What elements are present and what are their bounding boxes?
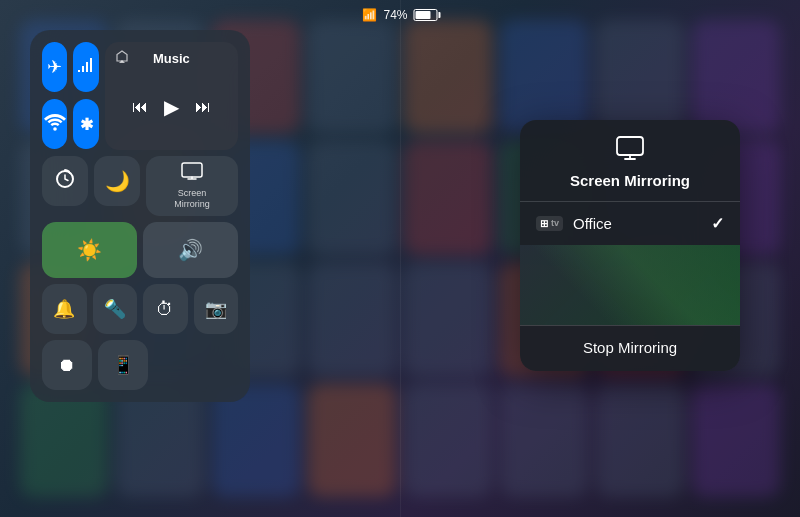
camera-icon: 📷 bbox=[205, 298, 227, 320]
camera-button[interactable]: 📷 bbox=[194, 284, 239, 334]
wifi-icon: 📶 bbox=[362, 8, 377, 22]
do-not-disturb-button[interactable]: 🌙 bbox=[94, 156, 140, 206]
stop-mirroring-button[interactable]: Stop Mirroring bbox=[520, 325, 740, 371]
bluetooth-button[interactable]: ✱ bbox=[73, 99, 98, 149]
flashlight-icon: 🔦 bbox=[104, 298, 126, 320]
battery-icon bbox=[414, 9, 438, 21]
checkmark-icon: ✓ bbox=[711, 214, 724, 233]
stop-mirroring-label: Stop Mirroring bbox=[583, 339, 677, 356]
music-airplay-icon[interactable] bbox=[115, 50, 129, 67]
bell-button[interactable]: 🔔 bbox=[42, 284, 87, 334]
flashlight-button[interactable]: 🔦 bbox=[93, 284, 138, 334]
airplane-icon: ✈ bbox=[47, 56, 62, 78]
brightness-button[interactable]: ☀️ bbox=[42, 222, 137, 278]
volume-button[interactable]: 🔊 bbox=[143, 222, 238, 278]
timer-button[interactable]: ⏱ bbox=[143, 284, 188, 334]
screen-mirroring-label: ScreenMirroring bbox=[174, 188, 210, 210]
panel-divider bbox=[400, 0, 401, 517]
bell-icon: 🔔 bbox=[53, 298, 75, 320]
timer-icon: ⏱ bbox=[156, 299, 174, 320]
screen-mirroring-panel: Screen Mirroring ⊞ tv Office ✓ Stop Mirr… bbox=[520, 120, 740, 371]
status-bar: 📶 74% bbox=[362, 8, 437, 22]
control-center-panel: ✈ bbox=[30, 30, 250, 402]
remote-icon: 📱 bbox=[112, 354, 134, 376]
cellular-icon bbox=[76, 56, 96, 79]
remote-button[interactable]: 📱 bbox=[98, 340, 148, 390]
svg-point-0 bbox=[53, 127, 57, 131]
cellular-data-button[interactable] bbox=[73, 42, 98, 92]
mirroring-header-icon bbox=[616, 136, 644, 166]
brightness-icon: ☀️ bbox=[77, 238, 102, 262]
music-title: Music bbox=[129, 51, 214, 66]
mirroring-device-row[interactable]: ⊞ tv Office ✓ bbox=[520, 202, 740, 245]
airplane-mode-button[interactable]: ✈ bbox=[42, 42, 67, 92]
connectivity-block: ✈ bbox=[42, 42, 99, 150]
bluetooth-icon: ✱ bbox=[80, 115, 93, 134]
screen-mirroring-icon bbox=[181, 162, 203, 184]
rotation-lock-icon bbox=[54, 168, 76, 195]
rotation-lock-button[interactable] bbox=[42, 156, 88, 206]
wifi-button-icon bbox=[44, 113, 66, 136]
device-name: Office bbox=[573, 215, 701, 232]
volume-icon: 🔊 bbox=[178, 238, 203, 262]
svg-rect-3 bbox=[617, 137, 643, 155]
mirroring-preview bbox=[520, 245, 740, 325]
screen-record-icon: ⏺ bbox=[58, 355, 76, 376]
screen-record-button[interactable]: ⏺ bbox=[42, 340, 92, 390]
moon-icon: 🌙 bbox=[105, 169, 130, 193]
music-next-button[interactable]: ⏭ bbox=[195, 98, 211, 116]
appletv-label: tv bbox=[551, 218, 559, 228]
music-prev-button[interactable]: ⏮ bbox=[132, 98, 148, 116]
appletv-badge: ⊞ tv bbox=[536, 216, 563, 231]
music-play-button[interactable]: ▶ bbox=[164, 95, 179, 119]
svg-rect-2 bbox=[182, 163, 202, 177]
appletv-icon: ⊞ bbox=[540, 218, 548, 229]
music-widget: Music ⏮ ▶ ⏭ bbox=[105, 42, 238, 150]
battery-percentage: 74% bbox=[383, 8, 407, 22]
screen-mirroring-button[interactable]: ScreenMirroring bbox=[146, 156, 238, 216]
mirroring-header: Screen Mirroring bbox=[520, 120, 740, 201]
wifi-button[interactable] bbox=[42, 99, 67, 149]
mirroring-title: Screen Mirroring bbox=[570, 172, 690, 189]
